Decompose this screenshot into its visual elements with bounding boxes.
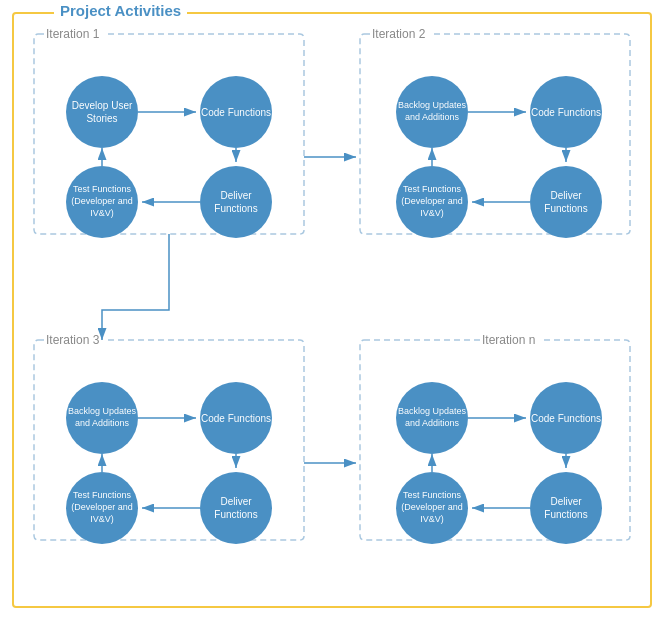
diagram-svg: Iteration 1 Develop User Stories Code Fu…: [30, 30, 638, 590]
itern-label: Iteration n: [482, 333, 535, 347]
itern-code-text: Code Functions: [530, 382, 602, 454]
iter2-code-text: Code Functions: [530, 76, 602, 148]
iter1-label: Iteration 1: [46, 27, 100, 41]
itern-backlog-text: Backlog Updates and Additions: [396, 382, 468, 454]
itern-deliver-text: Deliver Functions: [530, 472, 602, 544]
iter3-code-text: Code Functions: [200, 382, 272, 454]
iter2-test-text: Test Functions (Developer and IV&V): [396, 166, 468, 238]
iter3-test-text: Test Functions (Developer and IV&V): [66, 472, 138, 544]
iter1-code-text: Code Functions: [200, 76, 272, 148]
iter2-label: Iteration 2: [372, 27, 426, 41]
iter3-deliver-text: Deliver Functions: [200, 472, 272, 544]
outer-border: Project Activities Iteration 1 Develop U…: [12, 12, 652, 608]
page-title: Project Activities: [54, 2, 187, 19]
connector-iter1-iter3: [102, 234, 169, 340]
iter1-deliver-text: Deliver Functions: [200, 166, 272, 238]
itern-test-text: Test Functions (Developer and IV&V): [396, 472, 468, 544]
iter2-backlog-text: Backlog Updates and Additions: [396, 76, 468, 148]
iter3-label: Iteration 3: [46, 333, 100, 347]
iter2-deliver-text: Deliver Functions: [530, 166, 602, 238]
iter1-develop-text: Develop User Stories: [66, 76, 138, 148]
iter1-test-text: Test Functions (Developer and IV&V): [66, 166, 138, 238]
iter3-backlog-text: Backlog Updates and Additions: [66, 382, 138, 454]
